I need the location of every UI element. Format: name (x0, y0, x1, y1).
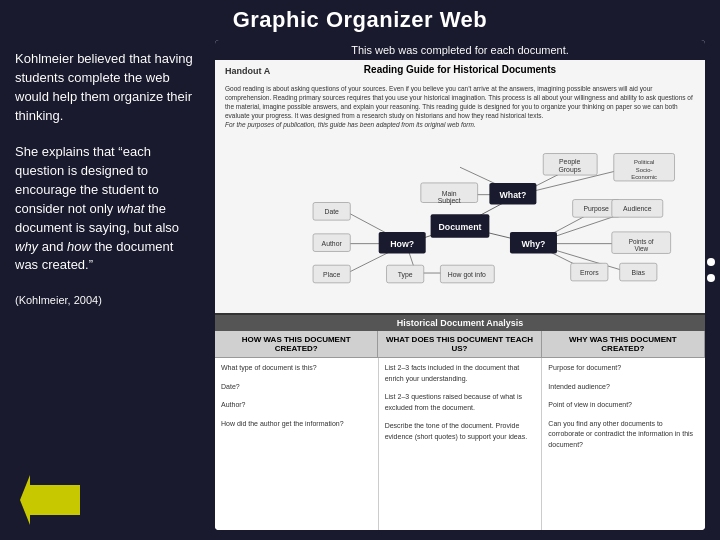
svg-text:Economic: Economic (631, 174, 657, 180)
svg-text:Socio-: Socio- (636, 167, 653, 173)
analysis-title: Historical Document Analysis (215, 315, 705, 331)
why-italic: why (15, 239, 38, 254)
analysis-item: Date? (221, 382, 372, 393)
svg-text:How got info: How got info (448, 271, 486, 279)
analysis-col-2: Purpose for document? Intended audience?… (542, 358, 705, 530)
analysis-item: List 2–3 facts included in the document … (385, 363, 536, 384)
svg-text:Date: Date (324, 208, 339, 215)
doc-subtitle: This web was completed for each document… (215, 40, 705, 60)
back-arrow-container[interactable] (20, 475, 80, 525)
svg-text:Author: Author (322, 240, 343, 247)
svg-text:View: View (634, 245, 648, 252)
svg-text:Purpose: Purpose (583, 205, 609, 213)
paragraph-1: Kohlmeier believed that having students … (15, 50, 200, 125)
right-panel: This web was completed for each document… (215, 40, 705, 530)
svg-text:Main: Main (442, 190, 457, 197)
analysis-header: HOW WAS THIS DOCUMENT CREATED? WHAT DOES… (215, 331, 705, 358)
svg-text:How?: How? (390, 239, 414, 249)
svg-text:Points of: Points of (629, 238, 654, 245)
analysis-item: Author? (221, 400, 372, 411)
analysis-col-header-2: WHY WAS THIS DOCUMENT CREATED? (542, 331, 705, 357)
analysis-section: Historical Document Analysis HOW WAS THI… (215, 315, 705, 530)
svg-text:Why?: Why? (521, 239, 545, 249)
svg-text:Political: Political (634, 159, 654, 165)
reading-guide-title: Reading Guide for Historical Documents (364, 64, 556, 75)
analysis-item: Can you find any other documents to corr… (548, 419, 699, 451)
analysis-col-1: List 2–3 facts included in the document … (379, 358, 543, 530)
analysis-item: List 2–3 questions raised because of wha… (385, 392, 536, 413)
handout-label: Handout A (225, 66, 270, 76)
analysis-item: Point of view in document? (548, 400, 699, 411)
svg-text:Subject: Subject (438, 197, 461, 205)
svg-text:Audience: Audience (623, 205, 652, 212)
analysis-item: Intended audience? (548, 382, 699, 393)
svg-text:What?: What? (499, 190, 526, 200)
citation: (Kohlmeier, 2004) (15, 293, 200, 309)
bullet-points (707, 258, 715, 282)
slide-title: Graphic Organizer Web (233, 7, 488, 33)
web-svg: Document What? How? Why? Main Subject (220, 145, 700, 308)
and-italic: and (38, 239, 67, 254)
left-panel: Kohlmeier believed that having students … (0, 40, 215, 540)
slide: Graphic Organizer Web Kohlmeier believed… (0, 0, 720, 540)
intro-text: Good reading is about asking questions o… (225, 84, 695, 129)
bullet-dot-1 (707, 258, 715, 266)
svg-marker-0 (20, 475, 80, 525)
paragraph-2: She explains that “each question is desi… (15, 143, 200, 275)
what-italic: what (117, 201, 144, 216)
analysis-col-header-1: WHAT DOES THIS DOCUMENT TEACH US? (378, 331, 541, 357)
svg-text:Document: Document (438, 222, 481, 232)
analysis-col-header-0: HOW WAS THIS DOCUMENT CREATED? (215, 331, 378, 357)
analysis-item: Purpose for document? (548, 363, 699, 374)
how-italic: how (67, 239, 91, 254)
organizer-web: Handout A Reading Guide for Historical D… (215, 60, 705, 315)
analysis-item: How did the author get the information? (221, 419, 372, 430)
intro-text2: For the purposes of publication, this gu… (225, 121, 476, 128)
analysis-item: What type of document is this? (221, 363, 372, 374)
analysis-col-0: What type of document is this? Date? Aut… (215, 358, 379, 530)
svg-text:Errors: Errors (580, 269, 599, 276)
intro-text-content: Good reading is about asking questions o… (225, 85, 693, 119)
svg-text:Place: Place (323, 271, 340, 278)
svg-text:People: People (559, 158, 581, 166)
web-diagram: Document What? How? Why? Main Subject (220, 145, 700, 308)
svg-text:Groups: Groups (558, 166, 581, 174)
back-arrow-icon[interactable] (20, 475, 80, 525)
bullet-dot-2 (707, 274, 715, 282)
analysis-item: Describe the tone of the document. Provi… (385, 421, 536, 442)
svg-text:Bias: Bias (632, 269, 646, 276)
title-bar: Graphic Organizer Web (0, 0, 720, 40)
analysis-content: What type of document is this? Date? Aut… (215, 358, 705, 530)
svg-text:Type: Type (398, 271, 413, 279)
